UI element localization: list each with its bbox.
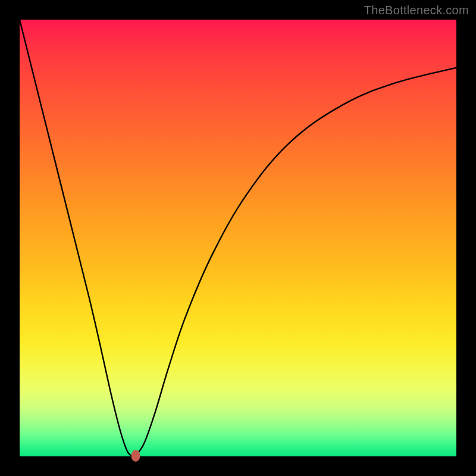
chart-frame: TheBottleneck.com bbox=[0, 0, 476, 476]
bottleneck-curve bbox=[20, 20, 456, 456]
plot-area bbox=[20, 20, 456, 456]
curve-path bbox=[20, 20, 456, 457]
watermark-text: TheBottleneck.com bbox=[364, 4, 469, 17]
minimum-marker bbox=[131, 450, 140, 462]
